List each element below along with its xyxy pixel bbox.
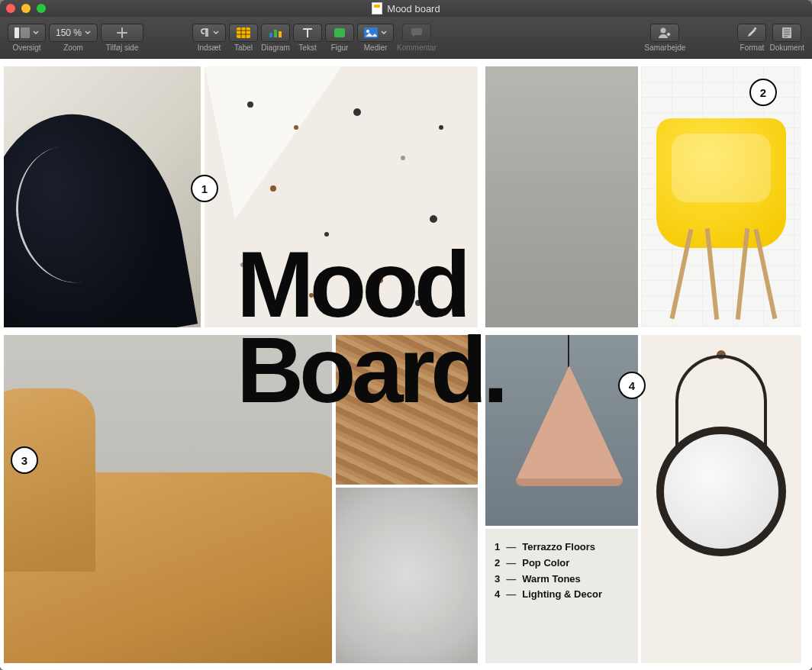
app-window: Mood board Oversigt 150 % Zoom [0,0,812,670]
legend-row: 3 — Warm Tones [495,572,629,588]
page-icon [781,27,792,39]
svg-point-10 [661,27,666,33]
collaborate-label: Samarbejde [645,43,686,52]
toolbar-group-kommentar: Kommentar [397,24,437,52]
media-button[interactable] [357,24,394,42]
fullscreen-window-button[interactable] [37,4,46,13]
collaborate-button[interactable] [650,24,679,42]
svg-point-8 [366,30,369,33]
headline-text[interactable]: Mood Board. [237,242,504,413]
svg-rect-9 [411,28,422,35]
paragraph-icon [199,27,210,38]
svg-point-18 [401,156,405,160]
svg-point-19 [270,185,276,192]
minimize-window-button[interactable] [21,4,31,13]
image-concrete[interactable] [485,66,638,327]
legend-sep: — [506,556,516,572]
insert-label: Indsæt [198,43,221,52]
add-page-label: Tilføj side [106,43,138,52]
legend-row: 2 — Pop Color [495,556,629,572]
headline-line2: Board. [237,318,504,422]
svg-point-24 [439,125,443,130]
toolbar-group-format: Format [737,24,766,52]
svg-rect-2 [237,27,250,38]
svg-rect-0 [14,27,19,38]
chart-icon [269,27,282,38]
comment-button[interactable] [402,24,431,42]
callout-badge-3[interactable]: 3 [11,446,38,474]
toolbar-group-diagram: Diagram [261,24,290,52]
oversigt-button[interactable] [8,24,46,42]
media-label: Medier [364,43,388,52]
image-black-chair[interactable] [4,66,201,327]
toolbar-group-oversigt: Oversigt [8,24,46,52]
toolbar-group-medier: Medier [357,24,394,52]
format-button[interactable] [737,24,766,42]
chart-label: Diagram [261,43,290,52]
document-icon [372,2,382,14]
svg-rect-4 [274,30,277,37]
image-yellow-chair[interactable] [641,66,801,327]
callout-badge-1[interactable]: 1 [191,175,218,202]
toolbar-group-tekst: Tekst [293,24,322,52]
legend-row: 4 — Lighting & Decor [495,587,629,603]
svg-rect-6 [334,28,345,37]
toolbar-group-samarbejde: Samarbejde [645,24,686,52]
chart-button[interactable] [261,24,290,42]
toolbar-group-addpage: Tilføj side [101,24,143,52]
table-icon [237,27,250,38]
shape-button[interactable] [325,24,354,42]
toolbar-group-dokument: Dokument [769,24,804,52]
plus-icon [117,27,127,38]
legend-panel[interactable]: 1 — Terrazzo Floors 2 — Pop Color 3 — Wa… [485,529,638,663]
text-label: Tekst [298,43,316,52]
zoom-label: Zoom [63,43,83,52]
image-pendant-lamp[interactable] [485,335,638,526]
toolbar-group-tabel: Tabel [229,24,258,52]
comment-icon [411,27,423,38]
window-title-wrap: Mood board [0,2,812,14]
legend-text: Lighting & Decor [522,587,602,603]
window-title: Mood board [387,3,440,14]
svg-point-16 [294,125,298,130]
oversigt-label: Oversigt [12,43,40,52]
legend-num: 4 [495,587,500,603]
legend-sep: — [506,587,516,603]
image-grey-fur[interactable] [336,488,478,663]
legend-num: 3 [495,572,500,588]
close-window-button[interactable] [6,4,15,13]
callout-badge-4[interactable]: 4 [618,372,646,399]
document-button[interactable] [772,24,801,42]
table-button[interactable] [229,24,258,42]
legend-row: 1 — Terrazzo Floors [495,540,629,556]
document-canvas[interactable]: 1 — Terrazzo Floors 2 — Pop Color 3 — Wa… [0,59,812,670]
text-icon [301,27,314,38]
insert-button[interactable] [192,24,226,42]
legend-sep: — [506,572,516,588]
image-icon [364,27,378,38]
toolbar-group-indsaet: Indsæt [192,24,226,52]
zoom-value: 150 % [56,27,82,38]
callout-badge-2[interactable]: 2 [749,79,777,106]
toolbar-group-figur: Figur [325,24,354,52]
person-add-icon [658,27,672,39]
text-button[interactable] [293,24,322,42]
titlebar: Mood board [0,0,812,17]
svg-point-15 [247,101,253,108]
svg-rect-3 [269,33,272,37]
paintbrush-icon [746,27,758,39]
svg-point-17 [353,108,361,116]
add-page-button[interactable] [101,24,143,42]
svg-rect-5 [279,31,282,37]
comment-label: Kommentar [397,43,437,52]
svg-point-20 [430,215,437,223]
zoom-dropdown[interactable]: 150 % [49,24,98,42]
document-label: Dokument [769,43,804,52]
svg-rect-1 [21,27,30,38]
legend-text: Terrazzo Floors [522,540,595,556]
table-label: Tabel [234,43,253,52]
image-round-mirror[interactable] [641,335,801,663]
legend-text: Pop Color [522,556,569,572]
traffic-lights [6,4,46,13]
toolbar-group-zoom: 150 % Zoom [49,24,98,52]
